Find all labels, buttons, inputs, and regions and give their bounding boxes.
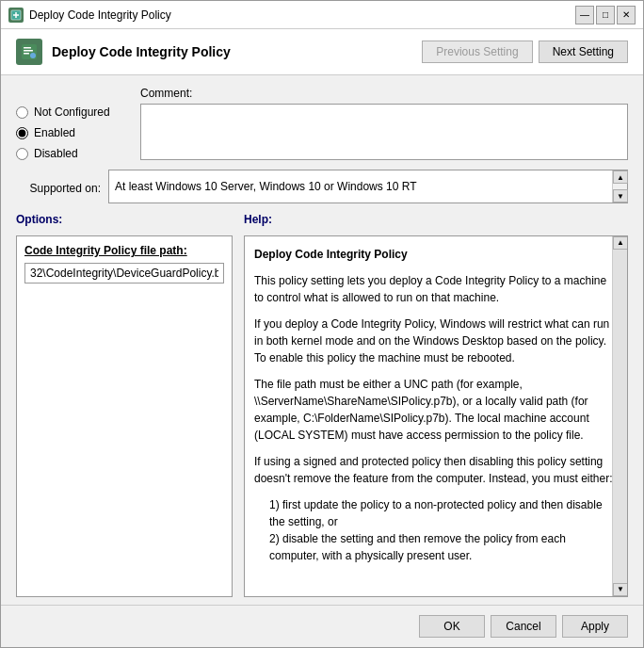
disabled-radio[interactable] bbox=[16, 148, 28, 160]
window-controls: — □ ✕ bbox=[575, 6, 636, 24]
footer: OK Cancel Apply bbox=[1, 605, 643, 647]
supported-scrollbar: ▲ ▼ bbox=[612, 170, 627, 202]
options-panel: Options: Code Integrity Policy file path… bbox=[16, 213, 233, 597]
main-window: Deploy Code Integrity Policy — □ ✕ Deplo… bbox=[0, 0, 644, 648]
scroll-down-arrow[interactable]: ▼ bbox=[613, 189, 628, 202]
help-para-3: The file path must be either a UNC path … bbox=[254, 376, 618, 444]
not-configured-radio[interactable] bbox=[16, 106, 28, 119]
svg-rect-2 bbox=[24, 47, 31, 49]
help-para-1: This policy setting lets you deploy a Co… bbox=[254, 272, 618, 306]
header-buttons: Previous Setting Next Setting bbox=[422, 40, 628, 63]
header-title: Deploy Code Integrity Policy bbox=[52, 44, 231, 59]
help-scrollbar: ▲ ▼ bbox=[612, 236, 627, 596]
comment-section: Comment: bbox=[140, 87, 628, 160]
window-title: Deploy Code Integrity Policy bbox=[29, 8, 575, 22]
disabled-option[interactable]: Disabled bbox=[16, 147, 129, 160]
close-button[interactable]: ✕ bbox=[617, 6, 636, 24]
help-para-5: 1) first update the policy to a non-prot… bbox=[269, 496, 618, 564]
svg-rect-3 bbox=[24, 50, 33, 52]
enabled-option[interactable]: Enabled bbox=[16, 126, 129, 139]
header-bar: Deploy Code Integrity Policy Previous Se… bbox=[1, 29, 643, 75]
next-setting-button[interactable]: Next Setting bbox=[539, 40, 628, 63]
enabled-label: Enabled bbox=[34, 126, 75, 139]
help-title: Help: bbox=[244, 213, 628, 226]
radio-group: Not Configured Enabled Disabled bbox=[16, 87, 129, 160]
supported-value: At least Windows 10 Server, Windows 10 o… bbox=[115, 180, 417, 193]
not-configured-label: Not Configured bbox=[34, 105, 110, 119]
supported-label: Supported on: bbox=[16, 178, 101, 195]
top-section: Not Configured Enabled Disabled Comment: bbox=[16, 87, 628, 160]
help-box[interactable]: Deploy Code Integrity Policy This policy… bbox=[244, 235, 628, 597]
header-left: Deploy Code Integrity Policy bbox=[16, 39, 231, 65]
comment-label: Comment: bbox=[140, 87, 628, 100]
supported-row: Supported on: At least Windows 10 Server… bbox=[16, 170, 628, 203]
help-scroll-down[interactable]: ▼ bbox=[613, 583, 628, 596]
comment-textarea[interactable] bbox=[140, 104, 628, 160]
help-panel: Help: Deploy Code Integrity Policy This … bbox=[244, 213, 628, 597]
scroll-up-arrow[interactable]: ▲ bbox=[613, 170, 628, 184]
minimize-button[interactable]: — bbox=[575, 6, 594, 24]
previous-setting-button[interactable]: Previous Setting bbox=[422, 40, 532, 63]
enabled-radio[interactable] bbox=[16, 127, 28, 139]
help-heading: Deploy Code Integrity Policy bbox=[254, 246, 618, 263]
svg-point-5 bbox=[30, 53, 36, 58]
content-area: Not Configured Enabled Disabled Comment:… bbox=[1, 75, 643, 605]
cancel-button[interactable]: Cancel bbox=[491, 615, 556, 638]
file-path-label: Code Integrity Policy file path: bbox=[24, 244, 224, 257]
svg-rect-4 bbox=[24, 53, 29, 55]
maximize-button[interactable]: □ bbox=[596, 6, 615, 24]
apply-button[interactable]: Apply bbox=[562, 615, 628, 638]
help-para-2: If you deploy a Code Integrity Policy, W… bbox=[254, 316, 618, 366]
header-icon bbox=[16, 39, 42, 65]
options-title: Options: bbox=[16, 213, 233, 226]
ok-button[interactable]: OK bbox=[419, 615, 485, 638]
help-scroll-up[interactable]: ▲ bbox=[613, 236, 628, 250]
title-bar: Deploy Code Integrity Policy — □ ✕ bbox=[1, 1, 643, 29]
window-icon bbox=[8, 8, 24, 23]
file-path-input[interactable] bbox=[24, 263, 224, 284]
help-para-4: If using a signed and protected policy t… bbox=[254, 453, 618, 487]
disabled-label: Disabled bbox=[34, 147, 78, 160]
options-box: Code Integrity Policy file path: bbox=[16, 235, 233, 597]
bottom-section: Options: Code Integrity Policy file path… bbox=[16, 213, 628, 597]
not-configured-option[interactable]: Not Configured bbox=[16, 105, 129, 119]
